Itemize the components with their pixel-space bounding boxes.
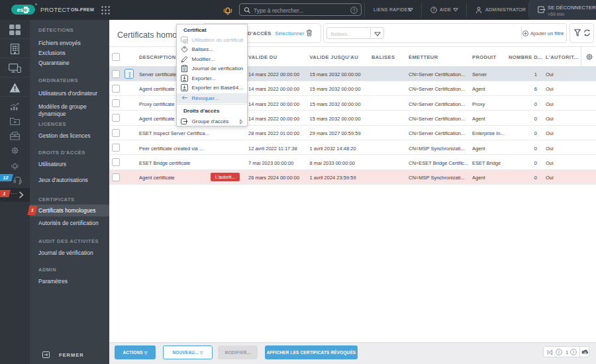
svg-text:?: ? <box>353 8 356 13</box>
svg-text:?: ? <box>432 7 435 12</box>
